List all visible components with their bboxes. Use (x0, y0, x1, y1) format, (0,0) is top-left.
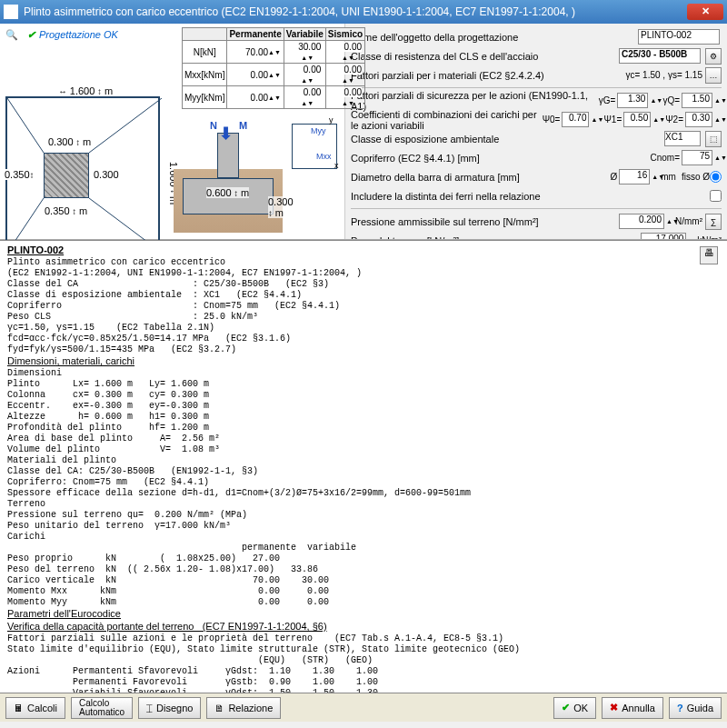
window-title: Plinto asimmetrico con carico eccentrico… (24, 5, 687, 18)
relazione-button[interactable]: 🗎Relazione (206, 697, 281, 719)
app-icon (4, 5, 18, 19)
pressure-calc-button[interactable]: ∑ (705, 214, 722, 230)
class-label: Classe di resistenza del CLS e dell'acci… (351, 51, 617, 62)
pressure-field[interactable]: 0.200 (619, 214, 664, 229)
calcoli-button[interactable]: 🖩Calcoli (5, 697, 65, 719)
guida-button[interactable]: ?Guida (669, 697, 722, 719)
cover-field[interactable]: 75 (682, 150, 712, 165)
n-sis[interactable] (329, 42, 362, 52)
cover-label: Copriferro (EC2 §4.4.1) [mm] (351, 153, 644, 164)
cancel-icon: ✖ (610, 702, 618, 713)
mat-factors-button[interactable]: … (705, 67, 722, 84)
mxx-sis[interactable] (329, 65, 362, 75)
check-icon: ✔ (562, 702, 570, 713)
drawing-icon: ⌶ (146, 703, 153, 713)
annulla-button[interactable]: ✖Annulla (602, 697, 663, 719)
pressure-label: Pressione ammissibile sul terreno [N/mm²… (351, 216, 617, 227)
bar-field[interactable]: 16 (619, 169, 650, 184)
close-button[interactable]: ✕ (687, 4, 723, 20)
name-field[interactable]: PLINTO-002 (638, 29, 720, 45)
exposure-label: Classe di esposizione ambientale (351, 134, 662, 145)
exposure-pick-button[interactable]: ⬚ (705, 131, 722, 147)
svg-line-0 (7, 98, 44, 153)
force-arrow-icon: ⬇ (219, 124, 233, 144)
bar-label: Diametro della barra di armatura [mm] (351, 172, 604, 183)
mxx-var[interactable] (288, 65, 321, 75)
report-icon: 🗎 (214, 703, 224, 713)
psi2-field[interactable]: 0.30 (685, 112, 712, 127)
include-rebar-check[interactable] (710, 190, 722, 202)
ok-button[interactable]: ✔OK (553, 697, 596, 719)
class-field[interactable]: C25/30 - B500B (619, 48, 701, 64)
soil-weight-label: Peso del terreno [kN/m³] (351, 235, 639, 240)
n-var[interactable] (288, 42, 321, 52)
gammaG-field[interactable]: 1.30 (617, 93, 648, 108)
mat-factors-label: Fattori parziali per i materiali (EC2 §2… (351, 70, 626, 81)
psi1-field[interactable]: 0.50 (623, 112, 651, 127)
comb-label: Coefficienti di combinazioni dei carichi… (351, 109, 537, 131)
status-ok: ✔Progettazione OK (27, 29, 118, 41)
help-icon: ? (677, 703, 683, 713)
geometry-diagram: ↔ 1.600 ↕ m 0.300 ↕ m 0.350↕ 0.300 0.350… (5, 96, 339, 235)
name-label: Nome dell'oggetto della progettazione (351, 32, 636, 43)
print-button[interactable]: 🖶 (700, 246, 718, 264)
include-rebar-label: Includere la distinta dei ferri nella re… (351, 191, 710, 202)
mxx-perm[interactable] (235, 70, 268, 80)
psi0-field[interactable]: 0.70 (562, 112, 589, 127)
calc-icon: 🖩 (14, 703, 24, 713)
soil-weight-field[interactable]: 17.000 (641, 233, 686, 239)
gammaQ-field[interactable]: 1.50 (682, 93, 712, 108)
svg-line-1 (89, 98, 162, 153)
disegno-button[interactable]: ⌶Disegno (138, 697, 201, 719)
exposure-field[interactable]: XC1 (664, 131, 701, 146)
class-pick-button[interactable]: ⚙ (705, 48, 722, 65)
bar-fixed-radio[interactable] (710, 171, 722, 183)
report-output: 🖶 PLINTO-002 Plinto asimmetrico con cari… (0, 240, 727, 693)
n-perm[interactable] (235, 47, 268, 57)
zoom-icon[interactable]: 🔍 (5, 29, 18, 41)
auto-calc-button[interactable]: Calcolo Automatico (71, 697, 133, 719)
